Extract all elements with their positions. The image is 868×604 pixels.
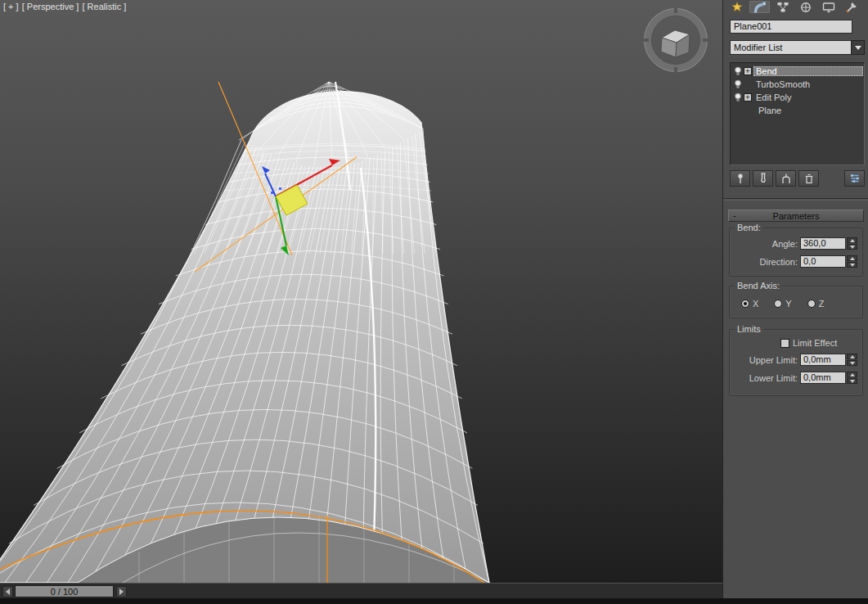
tab-create[interactable]	[726, 1, 747, 13]
visibility-bulb-icon[interactable]	[733, 92, 742, 102]
viewport-3d-canvas[interactable]	[0, 0, 722, 583]
bend-group-label: Bend:	[735, 223, 763, 233]
angle-field[interactable]: 360,0	[800, 237, 846, 250]
limit-effect-row: Limit Effect	[780, 338, 837, 348]
modifier-name-turbosmooth[interactable]: TurboSmooth	[753, 79, 812, 89]
create-icon	[731, 1, 744, 14]
trash-icon	[803, 173, 815, 184]
bend-axis-group: Bend Axis: X Y Z	[729, 286, 863, 318]
track-bar[interactable]: 0 / 100	[0, 583, 722, 599]
modifier-name-editpoly[interactable]: Edit Poly	[753, 92, 794, 102]
stack-row-turbosmooth[interactable]: TurboSmooth	[731, 78, 863, 91]
viewport-menu-pov[interactable]: [ Perspective ]	[22, 2, 79, 11]
modifier-name-bend[interactable]: Bend	[753, 66, 863, 76]
angle-spinner	[847, 237, 857, 250]
direction-spinner	[847, 255, 857, 268]
tab-hierarchy[interactable]	[772, 1, 793, 13]
tab-display[interactable]	[818, 1, 839, 13]
upper-limit-row: Upper Limit: 0,0mm	[730, 353, 857, 367]
spinner-up-button[interactable]	[847, 354, 857, 359]
utilities-icon	[845, 1, 858, 14]
parameters-rollout-header[interactable]: - Parameters	[728, 210, 864, 222]
direction-field[interactable]: 0,0	[800, 255, 846, 268]
spinner-up-button[interactable]	[847, 372, 857, 377]
object-name-field[interactable]: Plane001	[730, 20, 852, 34]
configure-modifier-sets-button[interactable]	[844, 170, 865, 187]
spinner-down-button[interactable]	[847, 244, 857, 250]
spinner-up-button[interactable]	[847, 255, 857, 261]
modifier-list-value[interactable]: Modifier List	[730, 40, 851, 55]
radio-x-selected[interactable]	[741, 300, 749, 308]
limits-group: Limits Limit Effect Upper Limit: 0,0mm L…	[729, 329, 863, 396]
radio-x-label: X	[753, 299, 758, 309]
bend-axis-options: X Y Z	[741, 299, 824, 309]
configure-sets-icon	[849, 173, 861, 184]
remove-modifier-button[interactable]	[798, 170, 819, 187]
visibility-bulb-icon[interactable]	[733, 79, 742, 89]
tab-utilities[interactable]	[841, 1, 861, 13]
test-tube-icon	[758, 173, 769, 184]
upper-limit-field[interactable]: 0,0mm	[800, 354, 846, 366]
previous-frame-button[interactable]	[2, 586, 13, 597]
left-arrow-icon	[6, 588, 10, 595]
next-frame-button[interactable]	[116, 586, 127, 597]
bend-axis-y-option[interactable]: Y	[774, 299, 791, 309]
rollout-title: Parameters	[773, 211, 820, 221]
lower-limit-label: Lower Limit:	[749, 373, 798, 383]
display-icon	[822, 1, 835, 14]
tab-modify[interactable]	[749, 1, 770, 13]
upper-limit-label: Upper Limit:	[749, 355, 798, 365]
panel-divider	[723, 198, 868, 201]
viewport-label: [ + ] [ Perspective ] [ Realistic ]	[3, 2, 127, 11]
base-object-name[interactable]: Plane	[756, 106, 784, 115]
limits-group-label: Limits	[735, 324, 763, 335]
dropdown-arrow-button[interactable]	[851, 40, 865, 55]
lower-limit-row: Lower Limit: 0,0mm	[730, 371, 857, 385]
radio-y-label: Y	[785, 299, 791, 309]
spinner-down-button[interactable]	[847, 262, 857, 268]
viewport-menu-shading[interactable]: [ Realistic ]	[82, 2, 126, 11]
status-strip	[0, 598, 868, 604]
upper-limit-spinner	[847, 354, 857, 366]
bend-group: Bend: Angle: 360,0 Direction: 0,0	[729, 228, 863, 277]
radio-y[interactable]	[774, 300, 782, 308]
perspective-viewport[interactable]: [ + ] [ Perspective ] [ Realistic ] 2	[0, 0, 722, 583]
modifier-list-dropdown[interactable]: Modifier List	[730, 40, 865, 55]
stack-row-plane[interactable]: Plane	[731, 104, 863, 117]
radio-z[interactable]	[807, 300, 816, 308]
make-unique-button[interactable]	[776, 170, 796, 187]
bend-axis-x-option[interactable]: X	[741, 299, 758, 309]
command-panel: Plane001 Modifier List + Bend TurboSmoot…	[722, 0, 868, 604]
spinner-down-button[interactable]	[847, 360, 857, 366]
bend-axis-z-option[interactable]: Z	[807, 299, 825, 309]
viewport-menu-general[interactable]: [ + ]	[3, 2, 19, 11]
bend-axis-group-label: Bend Axis:	[735, 281, 782, 291]
pin-icon	[735, 173, 746, 184]
pin-stack-button[interactable]	[730, 170, 750, 187]
limit-effect-checkbox[interactable]	[780, 339, 789, 348]
tab-motion[interactable]	[795, 1, 816, 13]
modifier-stack[interactable]: + Bend TurboSmooth + Edit Poly Plane	[730, 62, 865, 165]
collapse-icon[interactable]: -	[733, 210, 736, 221]
visibility-bulb-icon[interactable]	[733, 66, 742, 76]
show-end-result-button[interactable]	[753, 170, 773, 187]
expand-toggle-icon[interactable]: +	[744, 67, 752, 75]
angle-label: Angle:	[772, 239, 798, 249]
fork-icon	[780, 173, 792, 184]
time-slider[interactable]: 0 / 100	[15, 585, 114, 597]
viewcube-icon	[642, 7, 709, 74]
viewcube[interactable]	[642, 7, 709, 77]
lower-limit-field[interactable]: 0,0mm	[800, 372, 846, 384]
spinner-up-button[interactable]	[847, 237, 857, 243]
stack-toolbar	[730, 169, 865, 187]
gizmo-count-label: 2	[260, 155, 265, 164]
lower-limit-spinner	[847, 372, 857, 384]
stack-row-editpoly[interactable]: + Edit Poly	[731, 91, 863, 104]
direction-row: Direction: 0,0	[730, 255, 857, 268]
motion-icon	[799, 1, 812, 14]
expand-toggle-icon[interactable]: +	[744, 93, 752, 101]
3ds-max-window: [ + ] [ Perspective ] [ Realistic ] 2 0 …	[0, 0, 868, 604]
modify-icon	[753, 1, 767, 14]
stack-row-bend[interactable]: + Bend	[731, 65, 863, 78]
spinner-down-button[interactable]	[847, 378, 857, 384]
